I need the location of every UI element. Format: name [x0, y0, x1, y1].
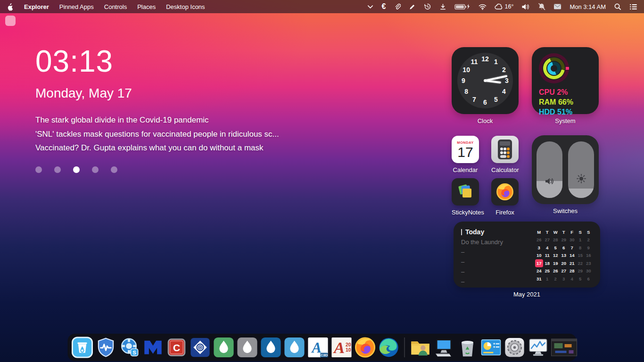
dock-advanced-systemcare-icon[interactable]: S — [119, 337, 140, 358]
battery-charging-icon[interactable] — [454, 3, 471, 10]
calendar-cell[interactable]: 28 — [568, 267, 577, 275]
dock-autocad-2010-icon[interactable]: A2010 — [331, 337, 353, 358]
notifications-muted-icon[interactable] — [538, 3, 545, 10]
news-headline[interactable]: Vaccinated? Dr. Gupta explains what you … — [35, 141, 279, 155]
calendar-cell-today[interactable]: 17 — [535, 259, 544, 267]
calendar-cell[interactable]: 26 — [552, 267, 560, 275]
calendar-cell[interactable]: 3 — [560, 275, 568, 283]
dock-system-preferences-icon[interactable] — [504, 337, 526, 358]
dock-comodo-icon[interactable]: C — [166, 337, 188, 358]
page-dot-5[interactable] — [111, 166, 117, 173]
page-dot-3[interactable] — [73, 166, 80, 173]
dock-water-drop-green-icon[interactable] — [213, 337, 235, 358]
volume-icon[interactable] — [521, 3, 530, 10]
mini-month-calendar[interactable]: MTWTFSS262728293012345678910111213141516… — [535, 228, 593, 281]
dock-task-manager-icon[interactable] — [528, 337, 549, 358]
mail-icon[interactable] — [553, 3, 561, 10]
menu-active-app[interactable]: Explorer — [24, 3, 49, 10]
pencil-icon[interactable] — [409, 3, 416, 10]
calendar-cell[interactable]: 1 — [543, 275, 552, 283]
dock-water-drop-darkblue-icon[interactable] — [260, 337, 282, 358]
volume-slider[interactable] — [537, 141, 562, 198]
calendar-cell[interactable]: 27 — [543, 236, 552, 244]
dock-wise-care-icon[interactable] — [95, 337, 117, 358]
dock-user-folder-icon[interactable] — [410, 337, 431, 358]
chevron-down-icon[interactable] — [367, 3, 374, 10]
menu-item-pinned-apps[interactable]: Pinned Apps — [59, 3, 94, 10]
calendar-cell[interactable]: 10 — [535, 252, 544, 260]
calendar-app-icon[interactable]: MONDAY 17 Calendar — [452, 136, 479, 173]
menu-item-desktop-icons[interactable]: Desktop Icons — [166, 3, 205, 10]
stickynotes-app-icon[interactable]: StickyNotes — [452, 178, 484, 216]
calendar-cell[interactable]: 13 — [560, 252, 568, 260]
menu-item-places[interactable]: Places — [137, 3, 156, 10]
calendar-cell[interactable]: 14 — [568, 252, 577, 260]
calendar-cell[interactable]: 5 — [552, 244, 560, 252]
calendar-cell[interactable]: 9 — [585, 244, 593, 252]
page-dot-4[interactable] — [92, 166, 99, 173]
search-icon[interactable] — [614, 3, 621, 10]
system-monitor[interactable]: CPU 2%RAM 66%HDD 51% — [532, 47, 599, 114]
calendar-cell[interactable]: 4 — [543, 244, 552, 252]
desktop-shortcut-placeholder[interactable] — [5, 16, 16, 26]
calendar-cell[interactable]: 7 — [568, 244, 577, 252]
calendar-cell[interactable]: 18 — [543, 259, 552, 267]
menu-list-icon[interactable] — [629, 3, 637, 10]
clock-widget[interactable]: 123456789101112 Clock — [452, 47, 519, 124]
euro-icon[interactable]: € — [382, 2, 386, 11]
calendar-cell[interactable]: 29 — [576, 267, 585, 275]
dock-water-drop-gray-icon[interactable] — [237, 337, 258, 358]
calendar-cell[interactable]: 27 — [560, 267, 568, 275]
news-headline[interactable]: 'SNL' tackles mask questions for vaccina… — [35, 127, 279, 141]
calendar-cell[interactable]: 6 — [585, 275, 593, 283]
agenda-calendar-widget[interactable]: Today Do the Laundry–––– MTWTFSS26272829… — [454, 222, 600, 298]
calendar-cell[interactable]: 12 — [552, 252, 560, 260]
calendar-cell[interactable]: 24 — [535, 267, 544, 275]
dock-autocad-civil3d-icon[interactable]: AC3D — [307, 337, 329, 358]
calendar-cell[interactable]: 23 — [585, 259, 593, 267]
news-headline[interactable]: The stark global divide in the Covid-19 … — [35, 113, 279, 127]
dock-firefox-icon[interactable] — [355, 337, 376, 358]
dock-window-preview-icon[interactable] — [551, 337, 573, 358]
calendar-cell[interactable]: 31 — [535, 275, 544, 283]
calendar-cell[interactable]: 30 — [568, 236, 577, 244]
analog-clock[interactable]: 123456789101112 — [452, 47, 519, 114]
calendar-cell[interactable]: 30 — [585, 267, 593, 275]
calendar-cell[interactable]: 19 — [552, 259, 560, 267]
download-icon[interactable] — [439, 3, 446, 10]
dock-this-pc-icon[interactable] — [433, 337, 455, 358]
dock-recycle-bin-cleaner-icon[interactable] — [72, 337, 93, 358]
menu-item-controls[interactable]: Controls — [104, 3, 127, 10]
calendar-cell[interactable]: 6 — [560, 244, 568, 252]
calendar-cell[interactable]: 29 — [560, 236, 568, 244]
page-dot-1[interactable] — [35, 166, 42, 173]
calendar-cell[interactable]: 16 — [585, 252, 593, 260]
page-dot-2[interactable] — [54, 166, 61, 173]
calendar-cell[interactable]: 28 — [552, 236, 560, 244]
calendar-cell[interactable]: 25 — [543, 267, 552, 275]
calendar-cell[interactable]: 21 — [568, 259, 577, 267]
dock-control-panel-icon[interactable] — [480, 337, 502, 358]
calendar-cell[interactable]: 2 — [585, 236, 593, 244]
calendar-cell[interactable]: 2 — [552, 275, 560, 283]
calendar-cell[interactable]: 11 — [543, 252, 552, 260]
paperclip-icon[interactable] — [394, 3, 401, 10]
dock-malwarebytes-icon[interactable] — [142, 337, 164, 358]
calendar-cell[interactable]: 5 — [576, 275, 585, 283]
calendar-cell[interactable]: 4 — [568, 275, 577, 283]
dock-edge-icon[interactable] — [378, 337, 400, 358]
weather-cloud-icon[interactable]: 16° — [495, 3, 513, 10]
dock-water-drop-lightblue-icon[interactable] — [284, 337, 305, 358]
calendar-cell[interactable]: 22 — [576, 259, 585, 267]
apple-menu-icon[interactable] — [7, 3, 14, 11]
wifi-icon[interactable] — [479, 3, 487, 10]
firefox-app-icon[interactable]: Firefox — [491, 178, 519, 216]
dock-recycle-bin-icon[interactable] — [457, 337, 479, 358]
calendar-cell[interactable]: 15 — [576, 252, 585, 260]
calculator-app-icon[interactable]: Calculator — [491, 136, 519, 173]
calendar-cell[interactable]: 26 — [535, 236, 544, 244]
calendar-cell[interactable]: 8 — [576, 244, 585, 252]
brightness-slider[interactable] — [568, 141, 594, 198]
menubar-clock[interactable]: Mon 3:14 AM — [570, 3, 606, 10]
calendar-cell[interactable]: 20 — [560, 259, 568, 267]
